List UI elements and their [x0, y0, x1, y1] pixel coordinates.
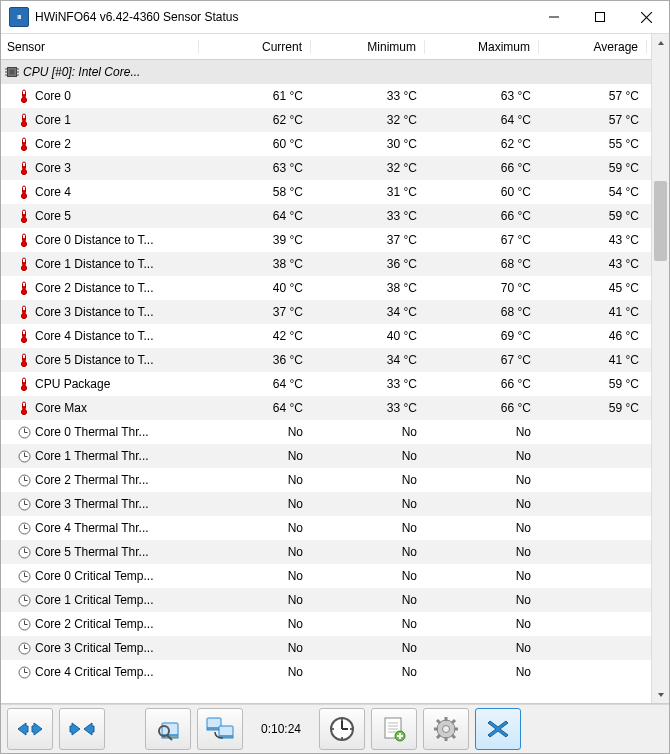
sensor-label: Core 0 Distance to T... — [35, 233, 154, 247]
thermometer-icon — [17, 233, 31, 247]
scroll-up-arrow-icon[interactable] — [652, 34, 669, 51]
table-row[interactable]: Core 5 Distance to T...36 °C34 °C67 °C41… — [1, 348, 651, 372]
table-row[interactable]: Core 3 Critical Temp...NoNoNo — [1, 636, 651, 660]
table-row[interactable]: Core 5 Thermal Thr...NoNoNo — [1, 540, 651, 564]
maximize-button[interactable] — [577, 1, 623, 33]
remote-monitor-button[interactable] — [197, 708, 243, 750]
section-header-row[interactable]: CPU [#0]: Intel Core... — [1, 60, 651, 84]
sensor-label: Core 1 Critical Temp... — [35, 593, 153, 607]
table-row[interactable]: Core 458 °C31 °C60 °C54 °C — [1, 180, 651, 204]
vertical-scrollbar[interactable] — [651, 34, 669, 703]
col-header-minimum[interactable]: Minimum — [311, 40, 425, 54]
scroll-down-arrow-icon[interactable] — [652, 686, 669, 703]
svg-point-20 — [21, 145, 26, 150]
col-header-sensor[interactable]: Sensor — [1, 40, 199, 54]
cell-minimum: No — [311, 425, 425, 439]
svg-marker-88 — [658, 693, 664, 697]
clock-icon — [17, 473, 31, 487]
svg-point-35 — [21, 265, 26, 270]
cell-average: 43 °C — [539, 233, 647, 247]
sensor-table-container: Sensor Current Minimum Maximum Average C… — [1, 34, 669, 704]
scrollbar-track[interactable] — [652, 51, 669, 686]
thermometer-icon — [17, 161, 31, 175]
table-row[interactable]: Core 260 °C30 °C62 °C55 °C — [1, 132, 651, 156]
table-row[interactable]: Core 4 Distance to T...42 °C40 °C69 °C46… — [1, 324, 651, 348]
clock-icon — [17, 569, 31, 583]
svg-marker-89 — [18, 723, 28, 735]
minimize-button[interactable] — [531, 1, 577, 33]
cell-minimum: 34 °C — [311, 305, 425, 319]
svg-point-44 — [21, 337, 26, 342]
table-row[interactable]: Core 162 °C32 °C64 °C57 °C — [1, 108, 651, 132]
cell-current: No — [199, 569, 311, 583]
table-row[interactable]: Core 3 Thermal Thr...NoNoNo — [1, 492, 651, 516]
table-row[interactable]: Core 564 °C33 °C66 °C59 °C — [1, 204, 651, 228]
close-button[interactable] — [623, 1, 669, 33]
clock-icon — [17, 545, 31, 559]
table-row[interactable]: Core 2 Thermal Thr...NoNoNo — [1, 468, 651, 492]
sensor-label: Core 4 — [35, 185, 71, 199]
svg-point-41 — [21, 313, 26, 318]
svg-line-123 — [452, 735, 455, 738]
table-header: Sensor Current Minimum Maximum Average — [1, 34, 651, 60]
expand-all-button[interactable] — [7, 708, 53, 750]
collapse-all-button[interactable] — [59, 708, 105, 750]
svg-point-38 — [21, 289, 26, 294]
table-row[interactable]: Core 2 Critical Temp...NoNoNo — [1, 612, 651, 636]
table-row[interactable]: Core 0 Distance to T...39 °C37 °C67 °C43… — [1, 228, 651, 252]
table-row[interactable]: Core 1 Distance to T...38 °C36 °C68 °C43… — [1, 252, 651, 276]
table-row[interactable]: Core Max64 °C33 °C66 °C59 °C — [1, 396, 651, 420]
sensor-label: Core 2 Distance to T... — [35, 281, 154, 295]
cell-current: 37 °C — [199, 305, 311, 319]
cell-current: 64 °C — [199, 401, 311, 415]
col-header-maximum[interactable]: Maximum — [425, 40, 539, 54]
sensor-table: Sensor Current Minimum Maximum Average C… — [1, 34, 651, 703]
cell-minimum: No — [311, 569, 425, 583]
table-row[interactable]: Core 0 Thermal Thr...NoNoNo — [1, 420, 651, 444]
sensor-label: Core 4 Critical Temp... — [35, 665, 153, 679]
sensor-label: Core 5 Distance to T... — [35, 353, 154, 367]
table-row[interactable]: Core 1 Thermal Thr...NoNoNo — [1, 444, 651, 468]
svg-point-47 — [21, 361, 26, 366]
svg-marker-90 — [32, 723, 42, 735]
table-row[interactable]: Core 2 Distance to T...40 °C38 °C70 °C45… — [1, 276, 651, 300]
cell-minimum: No — [311, 449, 425, 463]
sensor-label: CPU Package — [35, 377, 110, 391]
cell-current: No — [199, 545, 311, 559]
find-sensor-button[interactable] — [145, 708, 191, 750]
clock-icon — [17, 449, 31, 463]
table-row[interactable]: Core 061 °C33 °C63 °C57 °C — [1, 84, 651, 108]
table-row[interactable]: Core 4 Critical Temp...NoNoNo — [1, 660, 651, 684]
col-header-average[interactable]: Average — [539, 40, 647, 54]
cell-maximum: 69 °C — [425, 329, 539, 343]
sensor-label: Core 1 Distance to T... — [35, 257, 154, 271]
sensor-label: Core 1 Thermal Thr... — [35, 449, 149, 463]
cell-minimum: 36 °C — [311, 257, 425, 271]
cell-average: 59 °C — [539, 209, 647, 223]
svg-point-14 — [21, 97, 26, 102]
settings-button[interactable] — [423, 708, 469, 750]
table-row[interactable]: Core 0 Critical Temp...NoNoNo — [1, 564, 651, 588]
table-row[interactable]: Core 4 Thermal Thr...NoNoNo — [1, 516, 651, 540]
cell-average: 54 °C — [539, 185, 647, 199]
cell-minimum: No — [311, 617, 425, 631]
svg-point-26 — [21, 193, 26, 198]
scrollbar-thumb[interactable] — [654, 181, 667, 261]
cell-current: No — [199, 449, 311, 463]
cell-current: 61 °C — [199, 89, 311, 103]
cell-minimum: 33 °C — [311, 89, 425, 103]
table-row[interactable]: Core 1 Critical Temp...NoNoNo — [1, 588, 651, 612]
col-header-current[interactable]: Current — [199, 40, 311, 54]
log-to-file-button[interactable] — [371, 708, 417, 750]
close-sensors-button[interactable] — [475, 708, 521, 750]
table-row[interactable]: Core 3 Distance to T...37 °C34 °C68 °C41… — [1, 300, 651, 324]
sensor-label: Core 3 Thermal Thr... — [35, 497, 149, 511]
svg-marker-91 — [70, 723, 80, 735]
clock-reset-button[interactable] — [319, 708, 365, 750]
cell-average: 59 °C — [539, 161, 647, 175]
cell-minimum: 32 °C — [311, 113, 425, 127]
cell-maximum: No — [425, 545, 539, 559]
table-row[interactable]: Core 363 °C32 °C66 °C59 °C — [1, 156, 651, 180]
cell-maximum: 60 °C — [425, 185, 539, 199]
table-row[interactable]: CPU Package64 °C33 °C66 °C59 °C — [1, 372, 651, 396]
